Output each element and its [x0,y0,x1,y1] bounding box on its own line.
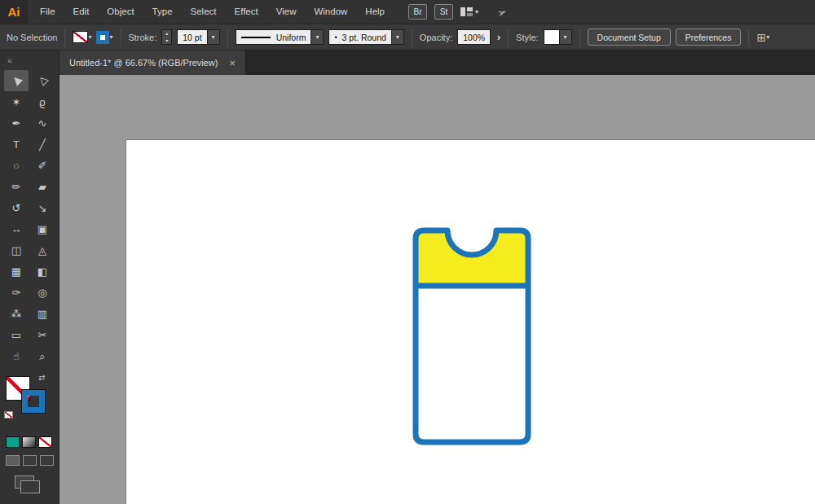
eraser-tool-icon: ▰ [38,182,46,192]
menu-select[interactable]: Select [182,0,226,24]
workspace-switcher[interactable]: ▾ [460,7,478,16]
style-control[interactable]: ▾ [544,29,572,45]
slice-tool-icon: ✂ [38,330,47,340]
line-segment-tool-icon: ╱ [39,139,46,150]
selection-tool[interactable]: ▶ [4,70,29,91]
selection-tool-icon: ▶ [10,74,23,87]
column-graph-tool[interactable]: ▥ [30,303,55,324]
brush-definition-field[interactable]: • 3 pt. Round [328,29,391,45]
eraser-tool[interactable]: ▰ [30,176,55,197]
canvas[interactable] [59,75,815,504]
gradient-button[interactable] [22,436,36,448]
pen-tool[interactable]: ✒ [4,112,29,134]
type-tool[interactable]: T [4,134,29,155]
stroke-color-swatch[interactable] [96,31,109,44]
ellipse-tool[interactable]: ○ [4,155,29,176]
stepper-up-icon[interactable]: ▴ [162,30,171,37]
toolbar-collapse-button[interactable]: « [0,50,59,70]
menu-edit[interactable]: Edit [64,0,99,24]
close-icon[interactable]: × [229,58,236,68]
drawn-shape[interactable] [412,227,531,445]
curvature-tool[interactable]: ∿ [30,112,55,134]
chevron-down-icon: ▾ [766,34,769,41]
hand-tool[interactable]: ☝ [4,345,29,366]
bridge-button[interactable]: Br [408,4,427,20]
shape-builder-tool-icon: ◫ [11,245,21,256]
none-button[interactable] [38,436,52,448]
ellipse-tool-icon: ○ [13,160,20,171]
menu-file[interactable]: File [31,0,64,24]
direct-selection-tool[interactable]: ▷ [30,70,55,91]
brush-definition-dropdown[interactable]: ▾ [392,29,404,45]
screen-mode-icon[interactable] [15,476,34,489]
symbol-sprayer-tool[interactable]: ⁂ [4,303,29,324]
brush-dot-icon: • [334,33,337,42]
document-setup-button[interactable]: Document Setup [588,28,671,46]
chevron-down-icon: ▾ [564,34,567,41]
paintbrush-tool[interactable]: ✐ [30,155,55,176]
lasso-tool-icon: ϱ [39,97,45,107]
width-profile-field[interactable]: Uniform [236,29,312,45]
width-profile-control[interactable]: Uniform ▾ [236,29,324,45]
stroke-weight-value[interactable]: 10 pt [177,29,207,45]
line-segment-tool[interactable]: ╱ [30,134,55,155]
style-swatch[interactable] [544,29,560,45]
stroke-indicator[interactable] [22,390,45,413]
stroke-weight-stepper[interactable]: ▴ ▾ [161,29,172,45]
slice-tool[interactable]: ✂ [30,324,55,345]
gradient-tool[interactable]: ◧ [30,261,55,282]
stroke-color-control[interactable]: ▾ [96,31,112,44]
preferences-button[interactable]: Preferences [676,28,742,46]
chevron-down-icon[interactable]: ▾ [109,34,112,41]
menu-help[interactable]: Help [356,0,394,24]
fill-none-swatch[interactable] [73,31,88,43]
menu-effect[interactable]: Effect [226,0,267,24]
menu-window[interactable]: Window [305,0,356,24]
stroke-label[interactable]: Stroke: [128,33,156,42]
fill-color-control[interactable]: ▾ [73,31,91,43]
shape-builder-tool[interactable]: ◫ [4,239,29,261]
stock-button[interactable]: St [434,4,453,20]
uniform-profile-icon [241,37,271,38]
menu-type[interactable]: Type [143,0,182,24]
draw-behind-mode-icon[interactable] [23,455,37,466]
menu-object[interactable]: Object [98,0,143,24]
opacity-value[interactable]: 100% [457,29,491,45]
opacity-label[interactable]: Opacity: [420,33,452,42]
eyedropper-tool[interactable]: ✑ [4,282,29,303]
stroke-weight-control[interactable]: 10 pt ▾ [177,29,219,45]
stepper-down-icon[interactable]: ▾ [162,37,171,45]
direct-selection-tool-icon: ▷ [36,74,49,87]
blend-tool[interactable]: ◎ [30,282,55,303]
artboard-tool[interactable]: ▭ [4,324,29,345]
type-tool-icon: T [13,139,20,150]
artboard-tool-icon: ▭ [11,330,21,340]
pencil-tool[interactable]: ✏ [4,176,29,197]
draw-normal-mode-icon[interactable] [6,455,20,466]
align-options-control[interactable]: ⊞ ▾ [756,31,769,44]
stroke-weight-dropdown[interactable]: ▾ [208,29,220,45]
zoom-tool[interactable]: ⌕ [30,345,55,366]
color-button[interactable] [6,436,20,448]
scale-tool[interactable]: ↘ [30,197,55,218]
width-profile-dropdown[interactable]: ▾ [311,29,324,45]
swap-fill-stroke-icon[interactable]: ⇄ [38,373,45,382]
lasso-tool[interactable]: ϱ [30,91,55,112]
brush-definition-control[interactable]: • 3 pt. Round ▾ [328,29,403,45]
menu-view[interactable]: View [267,0,306,24]
draw-inside-mode-icon[interactable] [40,455,54,466]
mesh-tool[interactable]: ▦ [4,261,29,282]
magic-wand-tool[interactable]: ✶ [4,91,29,112]
document-tab[interactable]: Untitled-1* @ 66.67% (RGB/Preview) × [59,50,246,75]
mesh-tool-icon: ▦ [11,266,21,277]
perspective-grid-tool[interactable]: ◬ [30,239,55,261]
chevron-down-icon[interactable]: ▾ [88,34,91,41]
hand-tool-icon: ☝ [13,351,20,362]
free-transform-tool[interactable]: ▣ [30,218,55,239]
share-icon[interactable]: ➢ [496,4,509,20]
style-dropdown[interactable]: ▾ [560,29,572,45]
width-tool[interactable]: ↔ [4,218,29,239]
rotate-tool[interactable]: ↺ [4,197,29,218]
default-fill-stroke-icon[interactable] [4,411,13,419]
opacity-more-icon[interactable]: › [497,32,500,43]
